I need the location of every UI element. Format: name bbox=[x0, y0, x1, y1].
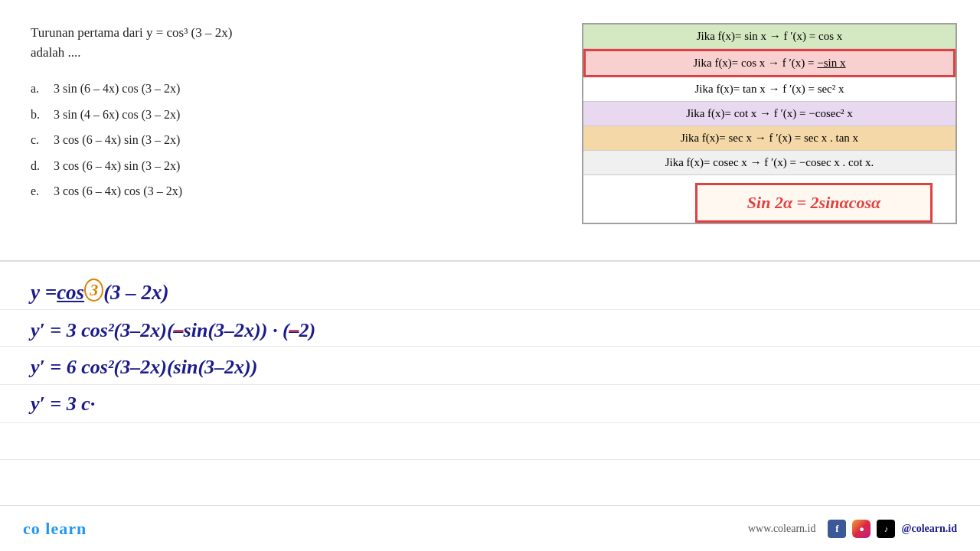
reference-table: Jika f(x)= sin x → f ′(x) = cos x Jika f… bbox=[582, 23, 957, 224]
option-d-label: d. bbox=[31, 153, 47, 179]
work-line-1: y = cos 3 (3 – 2x) bbox=[31, 276, 949, 311]
footer-logo: co learn bbox=[23, 519, 87, 539]
work-line-4: y′ = 3 c· bbox=[31, 387, 949, 421]
logo-co: co learn bbox=[23, 519, 87, 538]
workings-section: y = cos 3 (3 – 2x) y′ = 3 cos²(3–2x)(–si… bbox=[0, 260, 980, 505]
option-d-text: 3 cos (6 – 4x) sin (3 – 2x) bbox=[54, 153, 180, 179]
option-b: b. 3 sin (4 – 6x) cos (3 – 2x) bbox=[31, 102, 429, 128]
question-text: Turunan pertama dari y = cos³ (3 – 2x) a… bbox=[31, 23, 429, 62]
footer: co learn www.colearn.id f ● ♪ @colearn.i… bbox=[0, 505, 980, 551]
ref-row-tan: Jika f(x)= tan x → f ′(x) = sec² x bbox=[583, 77, 956, 102]
option-b-label: b. bbox=[31, 102, 47, 128]
ref-row-cosec: Jika f(x)= cosec x → f ′(x) = −cosec x .… bbox=[583, 151, 956, 175]
question-line1: Turunan pertama dari y = cos³ (3 – 2x) bbox=[31, 25, 232, 40]
footer-icons: f ● ♪ @colearn.id bbox=[828, 520, 957, 538]
option-c-label: c. bbox=[31, 127, 47, 153]
work-line-2: y′ = 3 cos²(3–2x)(–sin(3–2x)) · (–2) bbox=[31, 314, 949, 347]
ref-row-sec: Jika f(x)= sec x → f ′(x) = sec x . tan … bbox=[583, 126, 956, 151]
option-a-text: 3 sin (6 – 4x) cos (3 – 2x) bbox=[54, 76, 180, 102]
footer-right: www.colearn.id f ● ♪ @colearn.id bbox=[748, 520, 957, 538]
ref-row-cos: Jika f(x)= cos x → f ′(x) = −sin x bbox=[583, 49, 956, 77]
work-line-3: y′ = 6 cos²(3–2x)(sin(3–2x)) bbox=[31, 350, 949, 384]
option-e-label: e. bbox=[31, 178, 47, 204]
option-d: d. 3 cos (6 – 4x) sin (3 – 2x) bbox=[31, 153, 429, 179]
option-a-label: a. bbox=[31, 76, 47, 102]
ref-row-cot: Jika f(x)= cot x → f ′(x) = −cosec² x bbox=[583, 102, 956, 126]
option-c-text: 3 cos (6 – 4x) sin (3 – 2x) bbox=[54, 127, 180, 153]
main-content: Turunan pertama dari y = cos³ (3 – 2x) a… bbox=[0, 0, 980, 23]
options-list: a. 3 sin (6 – 4x) cos (3 – 2x) b. 3 sin … bbox=[31, 76, 429, 204]
ref-row-sin: Jika f(x)= sin x → f ′(x) = cos x bbox=[583, 24, 956, 49]
option-c: c. 3 cos (6 – 4x) sin (3 – 2x) bbox=[31, 127, 429, 153]
social-handle: @colearn.id bbox=[901, 523, 957, 535]
option-e-text: 3 cos (6 – 4x) cos (3 – 2x) bbox=[54, 178, 182, 204]
facebook-icon: f bbox=[828, 520, 846, 538]
footer-url: www.colearn.id bbox=[748, 523, 816, 535]
instagram-icon: ● bbox=[852, 520, 871, 538]
tiktok-icon: ♪ bbox=[877, 520, 895, 538]
option-e: e. 3 cos (6 – 4x) cos (3 – 2x) bbox=[31, 178, 429, 204]
question-line2: adalah .... bbox=[31, 45, 81, 60]
question-section: Turunan pertama dari y = cos³ (3 – 2x) a… bbox=[31, 23, 429, 204]
option-a: a. 3 sin (6 – 4x) cos (3 – 2x) bbox=[31, 76, 429, 102]
formula-box: Sin 2α = 2sinαcosα bbox=[695, 183, 933, 223]
option-b-text: 3 sin (4 – 6x) cos (3 – 2x) bbox=[54, 102, 180, 128]
